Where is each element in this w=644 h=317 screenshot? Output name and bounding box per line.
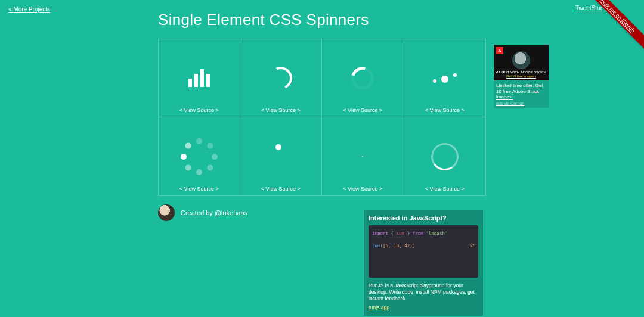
carbon-headline: MAKE IT WITH ADOBE STOCK. <box>495 70 547 74</box>
code-keyword: import <box>372 231 388 236</box>
spinner-cell: < View Source > <box>322 39 404 117</box>
view-source-link[interactable]: < View Source > <box>240 186 322 192</box>
code-ident: sum <box>397 231 405 236</box>
spinner-grid: < View Source > < View Source > < View S… <box>158 39 486 196</box>
promo-link[interactable]: runjs.app <box>369 304 389 310</box>
code-brace: } <box>407 231 410 236</box>
code-args: ([5, 10, 42]) <box>380 243 416 248</box>
credit-prefix: Created by <box>181 209 215 216</box>
carbon-ad-image: A MAKE IT WITH ADOBE STOCK. Get 10 free … <box>494 45 549 80</box>
view-source-link[interactable]: < View Source > <box>322 186 404 192</box>
code-fn: sum <box>372 243 380 248</box>
js-promo-box: Interested in JavaScript? import { sum }… <box>364 210 483 316</box>
carbon-subhead: Get 10 free images › <box>506 74 536 78</box>
arc-spinner-icon <box>266 64 295 93</box>
promo-heading: Interested in JavaScript? <box>369 215 478 222</box>
tweet-star-link[interactable]: TweetStar <box>575 5 602 11</box>
bar-spinner-icon <box>188 69 210 87</box>
single-dot-spinner-icon <box>275 144 281 150</box>
three-dots-spinner-icon <box>433 73 457 83</box>
dot-ring-spinner-icon <box>180 138 218 176</box>
carbon-via: ads via Carbon <box>494 101 549 105</box>
adobe-logo-icon: A <box>496 47 503 54</box>
code-brace: { <box>391 231 394 236</box>
spinner-cell: < View Source > <box>240 117 323 196</box>
spinner-cell: < View Source > <box>322 117 404 196</box>
spinner-cell: < View Source > <box>404 117 487 196</box>
author-avatar-icon <box>158 204 175 221</box>
carbon-ad[interactable]: A MAKE IT WITH ADOBE STOCK. Get 10 free … <box>494 45 549 108</box>
spinner-cell: < View Source > <box>240 39 323 117</box>
view-source-link[interactable]: < View Source > <box>404 186 486 192</box>
ad-face-graphic-icon <box>512 51 530 69</box>
view-source-link[interactable]: < View Source > <box>404 107 486 113</box>
carbon-copy: Limited time offer: Get 10 free Adobe St… <box>494 80 549 101</box>
tiny-dot-spinner-icon <box>362 156 363 157</box>
view-source-link[interactable]: < View Source > <box>240 107 322 113</box>
promo-description: RunJS is a JavaScript playground for you… <box>369 282 478 302</box>
author-handle-link[interactable]: @lukehaas <box>215 209 247 216</box>
open-circle-spinner-icon <box>429 141 460 172</box>
spinner-cell: < View Source > <box>158 39 240 117</box>
view-source-link[interactable]: < View Source > <box>159 186 240 192</box>
code-keyword: from <box>413 231 423 236</box>
view-source-link[interactable]: < View Source > <box>159 107 240 113</box>
view-source-link[interactable]: < View Source > <box>322 107 404 113</box>
spinner-cell: < View Source > <box>404 39 487 117</box>
page-title: Single Element CSS Spinners <box>158 11 486 29</box>
code-string: 'lodash' <box>426 231 447 236</box>
fading-arc-spinner-icon <box>347 63 378 94</box>
code-snippet: import { sum } from 'lodash' sum([5, 10,… <box>369 225 478 278</box>
code-result: 57 <box>469 243 475 250</box>
more-projects-link[interactable]: « More Projects <box>8 6 50 13</box>
spinner-cell: < View Source > <box>158 117 240 196</box>
